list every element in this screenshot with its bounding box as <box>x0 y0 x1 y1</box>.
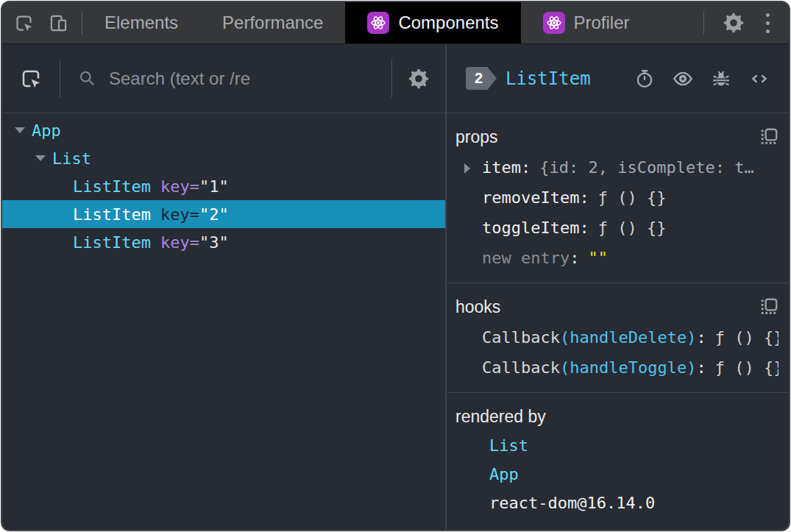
props-section-title: props <box>455 127 498 147</box>
settings-gear-icon[interactable] <box>723 13 744 33</box>
tree-row-listitem-1[interactable]: ListItem key="1" <box>2 172 445 200</box>
react-logo-icon <box>367 12 389 34</box>
selected-component-pane: 2 ListItem props item: {id: 2 <box>447 44 789 530</box>
tree-row-listitem-3[interactable]: ListItem key="3" <box>2 228 445 256</box>
key-attribute: key="1" <box>160 177 229 196</box>
component-name: List <box>52 149 91 168</box>
new-entry-value-field[interactable]: "" <box>588 249 608 268</box>
prop-row-new-entry[interactable]: new entry: "" <box>455 249 778 268</box>
chevron-right-icon[interactable] <box>464 163 470 174</box>
component-tree: App List ListItem key="1" ListItem key="… <box>2 113 445 530</box>
browser-devtools-toolbar: Elements Performance Components Profiler <box>2 2 789 44</box>
tree-row-listitem-2-selected[interactable]: ListItem key="2" <box>2 200 445 228</box>
prop-value: {id: 2, isComplete: t… <box>539 158 753 177</box>
prop-row-removeitem[interactable]: removeItem: ƒ () {} <box>455 188 778 208</box>
prop-value: ƒ () {} <box>598 188 667 208</box>
toolbar-divider <box>391 60 392 98</box>
tab-profiler[interactable]: Profiler <box>521 2 652 43</box>
hook-row-handledelete[interactable]: Callback(handleDelete):ƒ () {} <box>455 328 778 347</box>
key-attribute: key="3" <box>160 233 229 252</box>
hooks-section: hooks Callback(handleDelete):ƒ () {} Cal… <box>447 283 789 393</box>
tree-row-app[interactable]: App <box>2 116 445 144</box>
rendered-by-title: rendered by <box>455 406 546 427</box>
tab-components-label: Components <box>398 13 498 33</box>
tab-elements[interactable]: Elements <box>82 2 200 43</box>
component-name: App <box>32 121 61 140</box>
tab-profiler-label: Profiler <box>574 13 630 33</box>
stopwatch-icon[interactable] <box>634 68 655 89</box>
search-icon <box>78 69 97 88</box>
prop-value: ƒ () {} <box>598 219 667 238</box>
search-input[interactable] <box>109 68 374 89</box>
copy-icon[interactable] <box>759 297 778 316</box>
eye-icon[interactable] <box>673 68 693 89</box>
selected-index-badge: 2 <box>466 67 497 90</box>
rendered-by-section: rendered by List App react-dom@16.14.0 <box>447 393 789 528</box>
select-component-icon[interactable] <box>20 68 42 90</box>
selected-component-name: ListItem <box>506 68 591 89</box>
components-tree-pane: App List ListItem key="1" ListItem key="… <box>2 44 445 530</box>
component-name: ListItem <box>73 205 151 224</box>
chevron-down-icon[interactable] <box>35 155 46 161</box>
rendered-by-react-dom-version: react-dom@16.14.0 <box>455 494 778 513</box>
new-entry-field[interactable]: new entry <box>482 249 570 268</box>
chevron-down-icon[interactable] <box>15 127 25 133</box>
components-toolbar <box>2 44 445 113</box>
bug-icon[interactable] <box>711 68 731 89</box>
tab-performance[interactable]: Performance <box>200 2 345 43</box>
tab-performance-label: Performance <box>222 13 323 33</box>
more-options-icon[interactable] <box>763 10 773 36</box>
prop-row-toggleitem[interactable]: toggleItem: ƒ () {} <box>455 219 778 238</box>
hook-row-handletoggle[interactable]: Callback(handleToggle):ƒ () {} <box>455 358 778 377</box>
copy-icon[interactable] <box>759 127 778 146</box>
hooks-section-title: hooks <box>455 297 500 317</box>
toolbar-divider <box>60 60 60 98</box>
selected-component-header: 2 ListItem <box>447 44 789 113</box>
devtools-window: Elements Performance Components Profiler <box>1 1 790 531</box>
props-section: props item: {id: 2, isComplete: t… remov… <box>447 113 789 283</box>
key-attribute: key="2" <box>160 205 229 224</box>
tree-row-list[interactable]: List <box>2 144 445 172</box>
toolbar-divider <box>703 11 704 35</box>
component-name: ListItem <box>73 177 151 196</box>
tab-components[interactable]: Components <box>345 2 520 43</box>
inspect-element-icon[interactable] <box>14 13 34 33</box>
rendered-by-list-link[interactable]: List <box>455 436 778 455</box>
components-settings-gear-icon[interactable] <box>408 68 429 89</box>
view-source-icon[interactable] <box>749 68 770 89</box>
rendered-by-app-link[interactable]: App <box>455 465 778 484</box>
react-logo-icon <box>543 12 565 34</box>
component-name: ListItem <box>73 233 151 252</box>
tab-elements-label: Elements <box>104 13 178 33</box>
device-toolbar-icon[interactable] <box>49 13 68 33</box>
prop-row-item[interactable]: item: {id: 2, isComplete: t… <box>455 158 778 177</box>
